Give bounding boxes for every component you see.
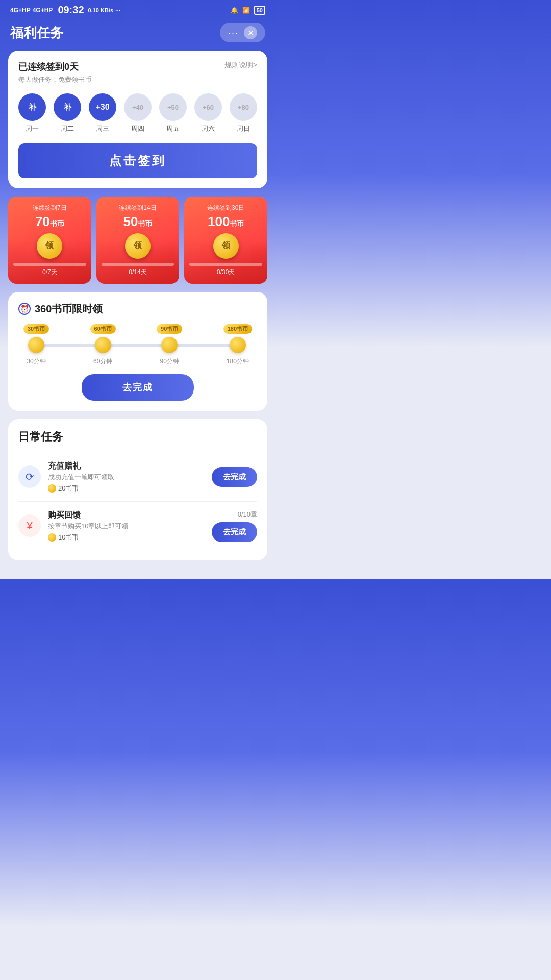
milestone-badge: 90书币 [157,324,182,334]
milestone-track: 30书币 30分钟 60书币 60分钟 90书币 90分钟 180书币 180分… [18,324,257,366]
reward-progress-bar [13,263,86,266]
day-label: 周四 [131,124,144,133]
day-label: 周二 [61,124,74,133]
day-label: 周三 [96,124,109,133]
milestone-dot [95,337,111,353]
milestone-points: 30书币 30分钟 60书币 60分钟 90书币 90分钟 180书币 180分… [23,324,252,366]
page-title: 福利任务 [10,24,63,42]
reward-days: 0/14天 [102,268,174,277]
task-item: ¥ 购买回馈 按章节购买10章以上即可领 10书币 0/10章 去完成 [18,502,257,550]
header: 福利任务 ··· ✕ [0,18,276,51]
task-reward: 10书币 [48,533,205,542]
wifi-icon: 📶 [242,7,250,14]
task-name: 购买回馈 [48,510,205,521]
reward-progress-bar [102,263,174,266]
network-1: 4G+HP [10,7,31,14]
milestone-time: 30分钟 [27,357,45,366]
task-right: 去完成 [212,467,257,487]
milestone-point: 180书币 180分钟 [223,324,252,366]
milestone-dot [161,337,178,353]
bell-icon: 🔔 [231,7,238,14]
status-network: 4G+HP 4G+HP 09:32 0.10 KB/s ··· [10,4,120,16]
reward-coin-button[interactable]: 领 [125,233,151,259]
task-progress: 0/10章 [238,510,257,519]
task-reward: 20书币 [48,484,205,493]
milestone-dot [230,337,246,353]
status-time: 09:32 [58,4,84,16]
reward-tag: 连续签到7日 [13,204,86,212]
task-complete-button[interactable]: 去完成 [212,522,257,542]
task-content: 购买回馈 按章节购买10章以上即可领 10书币 [48,510,205,542]
day-item: +60 周六 [194,93,222,133]
reward-tag: 连续签到30日 [189,204,262,212]
status-icons: 🔔 📶 50 [231,6,265,15]
status-dots: ··· [115,7,120,14]
daily-tasks-title: 日常任务 [18,429,257,445]
streak-reward-card: 连续签到30日 100书币 领 0/30天 [184,197,267,284]
milestone-dot [28,337,44,353]
sign-in-button[interactable]: 点击签到 [18,143,257,178]
day-label: 周一 [26,124,39,133]
task-complete-button[interactable]: 去完成 [212,467,257,487]
header-actions: ··· ✕ [220,23,265,42]
day-label: 周日 [237,124,250,133]
milestone-badge: 60书币 [90,324,116,334]
daily-tasks-card: 日常任务 ⟳ 充值赠礼 成功充值一笔即可领取 20书币 去完成 ¥ 购买回馈 按… [8,419,267,560]
day-circle: +50 [159,93,187,121]
time-limited-card: ⏰ 360书币限时领 30书币 30分钟 60书币 60分钟 90书币 90分钟… [8,292,267,411]
status-bar: 4G+HP 4G+HP 09:32 0.10 KB/s ··· 🔔 📶 50 [0,0,276,18]
reward-days: 0/7天 [13,268,86,277]
task-right: 0/10章 去完成 [212,510,257,542]
milestone-time: 180分钟 [227,357,249,366]
status-speed: 0.10 KB/s [88,7,114,13]
day-circles-row: 补 周一 补 周二 +30 周三 +40 周四 +50 周五 +60 周六 +8… [18,93,257,133]
signin-rule-link[interactable]: 规则说明> [224,61,257,70]
day-item: 补 周一 [18,93,46,133]
day-item: +30 周三 [89,93,116,133]
reward-tag: 连续签到14日 [102,204,174,212]
task-icon: ¥ [18,514,41,537]
day-label: 周六 [202,124,215,133]
milestone-point: 90书币 90分钟 [157,324,182,366]
time-limited-complete-button[interactable]: 去完成 [82,374,194,401]
time-limited-title: ⏰ 360书币限时领 [18,302,257,316]
streak-reward-card: 连续签到7日 70书币 领 0/7天 [8,197,91,284]
milestone-time: 90分钟 [160,357,179,366]
reward-coin-button[interactable]: 领 [37,233,62,259]
day-item: 补 周二 [54,93,81,133]
reward-amount: 70书币 [13,214,86,229]
milestone-badge: 30书币 [23,324,49,334]
day-circle: 补 [54,93,81,121]
main-content: 已连续签到0天 规则说明> 每天做任务，免费领书币 补 周一 补 周二 +30 … [0,51,276,579]
streak-reward-card: 连续签到14日 50书币 领 0/14天 [96,197,180,284]
task-content: 充值赠礼 成功充值一笔即可领取 20书币 [48,461,205,493]
task-desc: 按章节购买10章以上即可领 [48,522,205,531]
coin-icon [48,484,56,493]
milestone-point: 60书币 60分钟 [90,324,116,366]
reward-amount: 100书币 [189,214,262,229]
signin-header: 已连续签到0天 规则说明> [18,61,257,73]
coin-icon [48,533,56,542]
day-circle: +80 [230,93,257,121]
more-options-icon[interactable]: ··· [228,28,239,38]
network-2: 4G+HP [33,7,53,14]
reward-coin-button[interactable]: 领 [213,233,239,259]
signin-card: 已连续签到0天 规则说明> 每天做任务，免费领书币 补 周一 补 周二 +30 … [8,51,267,188]
milestone-badge: 180书币 [223,324,252,334]
task-name: 充值赠礼 [48,461,205,472]
signin-subtitle: 每天做任务，免费领书币 [18,75,257,84]
close-button[interactable]: ✕ [244,26,257,39]
signin-title: 已连续签到0天 [18,61,79,73]
day-circle: +40 [124,93,152,121]
day-circle: +60 [194,93,222,121]
battery-indicator: 50 [254,6,265,15]
day-item: +80 周日 [230,93,257,133]
milestone-time: 60分钟 [93,357,112,366]
clock-icon: ⏰ [18,303,31,315]
day-item: +40 周四 [124,93,152,133]
task-icon: ⟳ [18,465,41,488]
task-item: ⟳ 充值赠礼 成功充值一笔即可领取 20书币 去完成 [18,453,257,502]
milestone-point: 30书币 30分钟 [23,324,49,366]
reward-days: 0/30天 [189,268,262,277]
reward-progress-bar [189,263,262,266]
